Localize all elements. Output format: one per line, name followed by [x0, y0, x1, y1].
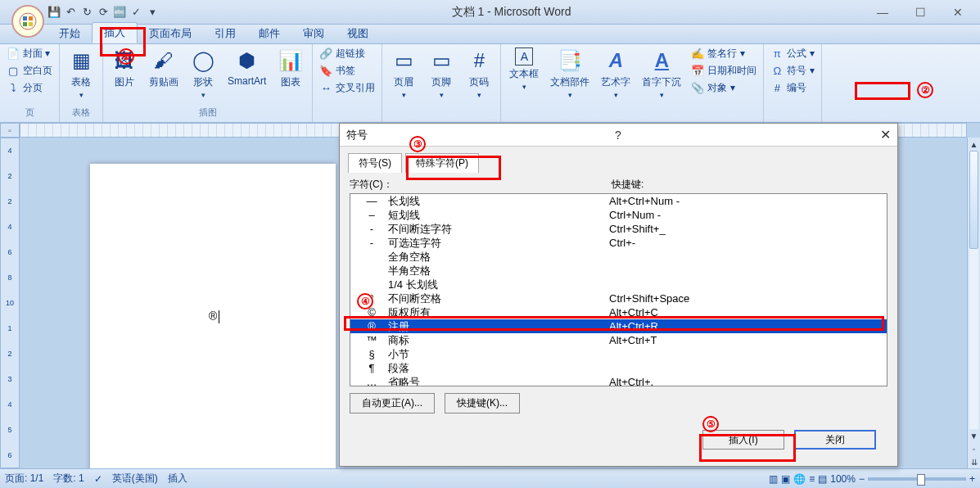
dialog-tab-special[interactable]: 特殊字符(P) [405, 153, 479, 173]
maximize-button[interactable]: ☐ [901, 2, 939, 22]
datetime-button[interactable]: 📅日期和时间 [689, 63, 758, 79]
tab-layout[interactable]: 页面布局 [138, 24, 203, 43]
chart-button[interactable]: 📊图表 [274, 46, 307, 91]
dialog-help-icon[interactable]: ? [615, 129, 621, 142]
hyperlink-button[interactable]: 🔗超链接 [318, 46, 377, 61]
smartart-button[interactable]: ⬢SmartArt [224, 46, 269, 88]
status-proofing-icon[interactable]: ✓ [94, 473, 102, 485]
page-break-button[interactable]: ⤵分页 [5, 80, 54, 96]
statusbar: 页面: 1/1 字数: 1 ✓ 英语(美国) 插入 ▥ ▣ 🌐 ≡ ▤ 100%… [0, 468, 980, 488]
zoom-slider[interactable] [868, 477, 966, 481]
zoom-in-icon[interactable]: + [969, 473, 975, 485]
status-page[interactable]: 页面: 1/1 [5, 472, 43, 486]
char-row[interactable]: 全角空格 [350, 250, 887, 264]
minimize-button[interactable]: — [864, 2, 901, 22]
annotation-marker-2: ② [917, 82, 933, 98]
char-row[interactable]: ‑不间断连字符Ctrl+Shift+_ [350, 222, 887, 236]
equation-button[interactable]: π公式 ▾ [769, 46, 815, 61]
shortcut-label: 快捷键: [612, 178, 644, 192]
qat-icon[interactable]: ✓ [129, 6, 142, 19]
autocorrect-button[interactable]: 自动更正(A)... [350, 393, 435, 413]
view-draft-icon[interactable]: ▤ [818, 473, 827, 485]
footer-button[interactable]: ▭页脚▾ [425, 46, 458, 101]
char-row[interactable]: §小节 [350, 347, 887, 361]
office-button[interactable] [11, 5, 44, 38]
tab-mailings[interactable]: 邮件 [247, 24, 291, 43]
qat-icon[interactable]: ⟳ [97, 6, 110, 19]
qat-more-icon[interactable]: ▾ [146, 6, 159, 19]
blank-page-button[interactable]: ▢空白页 [5, 63, 54, 79]
char-row[interactable]: ‐可选连字符Ctrl+- [350, 236, 887, 250]
tab-home[interactable]: 开始 [47, 24, 92, 43]
parts-button[interactable]: 📑文档部件▾ [547, 46, 593, 101]
close-button[interactable]: ✕ [939, 2, 977, 22]
undo-icon[interactable]: ↶ [64, 6, 77, 19]
save-icon[interactable]: 💾 [47, 6, 61, 19]
symbol-dialog: 符号 ? ✕ 符号(S) 特殊字符(P) 字符(C)： 快捷键: —长划线Alt… [339, 123, 898, 467]
symbol-button[interactable]: Ω符号 ▾ [769, 63, 815, 79]
shapes-button[interactable]: ◯形状▾ [187, 46, 219, 101]
signature-button[interactable]: ✍签名行 ▾ [689, 46, 758, 61]
chart-icon: 📊 [278, 47, 304, 74]
vertical-ruler[interactable]: 42246810123456 [0, 138, 20, 468]
object-button[interactable]: 📎对象 ▾ [689, 80, 758, 96]
bookmark-button[interactable]: 🔖书签 [318, 63, 377, 79]
vertical-scrollbar[interactable]: ▲ ▼ ◦ ⇊ [967, 138, 980, 468]
view-full-screen-icon[interactable]: ▣ [781, 473, 790, 485]
clipart-button[interactable]: 🖌剪贴画 [146, 46, 182, 91]
view-web-icon[interactable]: 🌐 [793, 473, 806, 485]
special-char-list[interactable]: —长划线Alt+Ctrl+Num -–短划线Ctrl+Num -‑不间断连字符C… [350, 193, 887, 386]
scroll-thumb[interactable] [969, 151, 978, 249]
group-tables-label: 表格 [65, 106, 97, 120]
status-words[interactable]: 字数: 1 [53, 472, 84, 486]
table-button[interactable]: ▦表格▾ [65, 46, 97, 101]
next-page-icon[interactable]: ⇊ [968, 455, 980, 468]
qat-icon[interactable]: 🔤 [113, 6, 126, 19]
pagenum-button[interactable]: #页码▾ [463, 46, 495, 101]
window-title: 文档 1 - Microsoft Word [159, 5, 864, 20]
cover-page-button[interactable]: 📄封面 ▾ [5, 46, 54, 61]
prev-page-icon[interactable]: ◦ [968, 442, 980, 455]
tab-insert[interactable]: 插入 [92, 22, 138, 43]
dialog-close-icon[interactable]: ✕ [880, 127, 891, 142]
insert-button[interactable]: 插入(I) [702, 430, 784, 450]
view-outline-icon[interactable]: ≡ [809, 473, 815, 485]
annotation-marker-1: ① [118, 48, 134, 65]
header-button[interactable]: ▭页眉▾ [387, 46, 420, 101]
annotation-marker-4: ④ [357, 293, 373, 310]
redo-icon[interactable]: ↻ [80, 6, 93, 19]
char-row[interactable]: —长划线Alt+Ctrl+Num - [350, 194, 887, 208]
ruler-corner[interactable]: ▫ [0, 123, 20, 138]
zoom-out-icon[interactable]: − [859, 473, 865, 485]
char-row[interactable]: ®注册Alt+Ctrl+R [350, 319, 887, 333]
char-row[interactable]: ™商标Alt+Ctrl+T [350, 333, 887, 347]
dialog-tab-symbols[interactable]: 符号(S) [348, 153, 402, 173]
tab-review[interactable]: 审阅 [291, 24, 336, 43]
char-row[interactable]: …省略号Alt+Ctrl+. [350, 375, 887, 386]
shapes-icon: ◯ [190, 47, 216, 74]
svg-rect-3 [23, 22, 27, 26]
shortcut-key-button[interactable]: 快捷键(K)... [445, 393, 520, 413]
document-page[interactable]: ® [90, 164, 336, 488]
status-mode[interactable]: 插入 [168, 472, 187, 486]
number-button[interactable]: #编号 [769, 80, 815, 96]
close-dialog-button[interactable]: 关闭 [794, 430, 876, 450]
zoom-level[interactable]: 100% [830, 473, 856, 485]
char-row[interactable]: °不间断空格Ctrl+Shift+Space [350, 291, 887, 305]
char-row[interactable]: 半角空格 [350, 264, 887, 278]
tab-references[interactable]: 引用 [203, 24, 247, 43]
tab-view[interactable]: 视图 [336, 24, 380, 43]
scroll-up-icon[interactable]: ▲ [968, 138, 980, 151]
char-row[interactable]: –短划线Ctrl+Num - [350, 208, 887, 222]
ribbon-tabs: 开始 插入 页面布局 引用 邮件 审阅 视图 [0, 25, 980, 44]
wordart-button[interactable]: A艺术字▾ [598, 46, 634, 101]
char-row[interactable]: ©版权所有Alt+Ctrl+C [350, 305, 887, 319]
scroll-down-icon[interactable]: ▼ [968, 429, 980, 442]
status-language[interactable]: 英语(美国) [112, 472, 158, 486]
textbox-button[interactable]: A文本框▾ [506, 46, 542, 93]
dropcap-button[interactable]: A首字下沉▾ [639, 46, 684, 101]
char-row[interactable]: ¶段落 [350, 361, 887, 375]
char-row[interactable]: 1/4 长划线 [350, 278, 887, 291]
crossref-button[interactable]: ↔交叉引用 [318, 80, 377, 96]
view-print-layout-icon[interactable]: ▥ [769, 473, 778, 485]
